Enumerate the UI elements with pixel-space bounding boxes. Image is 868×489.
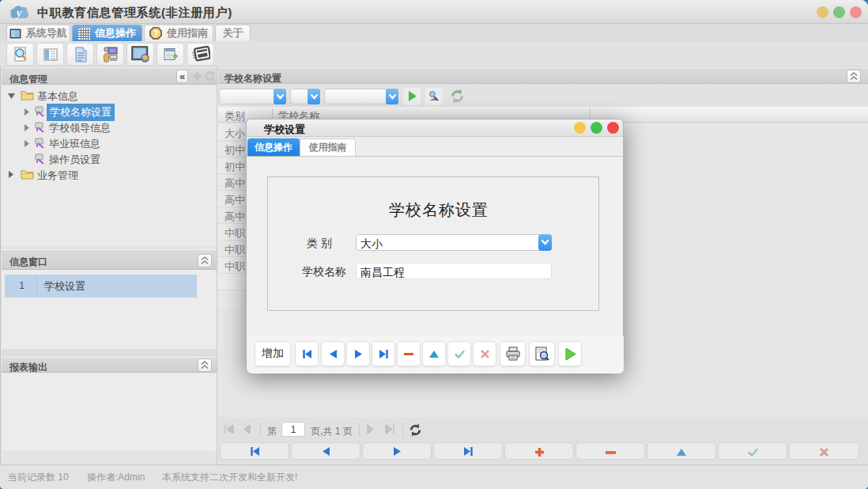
svg-text:y: y xyxy=(15,7,22,19)
svg-text:?: ? xyxy=(153,29,158,38)
